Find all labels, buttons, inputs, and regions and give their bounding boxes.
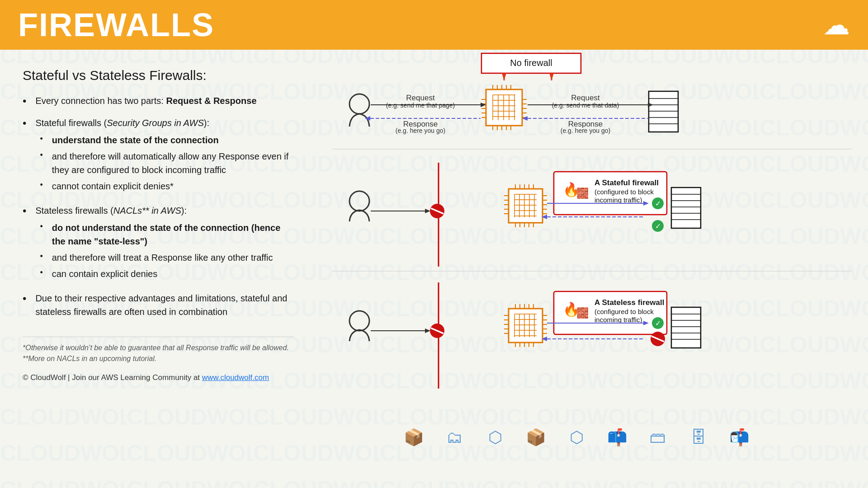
sub-2-1-text: understand the state of the connection — [52, 133, 219, 147]
person-head-stateless — [349, 311, 369, 331]
server-top — [649, 91, 678, 132]
person-head-top — [349, 94, 369, 114]
bottom-icon-2: 🗂 — [446, 428, 462, 446]
bullet-2-content: Stateful firewalls (Security Groups in A… — [35, 116, 294, 196]
arrow-resp-top-right-head — [522, 116, 528, 121]
bullet-list: Every connection has two parts: Request … — [23, 94, 294, 319]
bottom-icon-9: 📬 — [729, 427, 750, 447]
resp-label-right-2: (e.g. here you go) — [561, 127, 611, 134]
bullet-2: Stateful firewalls (Security Groups in A… — [23, 116, 294, 196]
sub-3-3-text: can contain explicit denies — [52, 267, 157, 281]
footer-label: © CloudWolf | Join our AWS Learning Comm… — [23, 373, 202, 382]
bullet-1-bold: Request & Response — [166, 96, 256, 106]
sub-bullet-2-3: cannot contain explicit denies* — [40, 179, 294, 193]
server-stateless — [671, 307, 701, 348]
bottom-icon-8: 🗄 — [690, 428, 707, 446]
bullet-4-text: Due to their respective advantages and l… — [35, 291, 294, 319]
person-body-top — [349, 114, 369, 127]
no-firewall-label: No firewall — [510, 58, 552, 68]
person-head-stateful — [349, 191, 369, 211]
sub-bullet-3-1: do not understand the state of the conne… — [40, 221, 294, 248]
person-body-stateful — [349, 210, 369, 221]
section-heading: Stateful vs Stateless Firewalls: — [23, 68, 294, 83]
bottom-icon-5: ⬡ — [570, 428, 584, 446]
bullet-2-italic: Security Groups in AWS — [107, 118, 204, 128]
main-content: Stateful vs Stateless Firewalls: Every c… — [0, 50, 868, 488]
footnote-area: *Otherwise it wouldn’t be able to guaran… — [23, 337, 294, 382]
arrow-req-top-left-head — [481, 103, 486, 107]
bullet-3-text: Stateless firewalls (NACLs** in AWS): — [35, 206, 187, 216]
bottom-icon-7: 🗃 — [650, 428, 666, 446]
req-label-right-1: Request — [571, 94, 600, 102]
sub-bullet-3-3: can contain explicit denies — [40, 267, 294, 281]
sub-3-2-text: and therefore will treat a Response like… — [52, 251, 273, 264]
bullet-3-content: Stateless firewalls (NACLs** in AWS): do… — [35, 204, 294, 283]
footnote-1: *Otherwise it wouldn’t be able to guaran… — [23, 343, 294, 353]
bullet-1: Every connection has two parts: Request … — [23, 94, 294, 108]
bottom-icon-3: ⬡ — [488, 428, 502, 446]
bullet-4: Due to their respective advantages and l… — [23, 291, 294, 319]
bottom-icon-1: 📦 — [404, 427, 424, 447]
bullet-1-text: Every connection has two parts: Request … — [35, 94, 256, 108]
server-stateful — [671, 188, 701, 228]
bullet-3-italic: NACLs** in AWS — [113, 206, 181, 216]
sub-bullet-2-1: understand the state of the connection — [40, 133, 294, 147]
bullet-2-sub: understand the state of the connection a… — [35, 133, 294, 193]
sub-2-3-text: cannot contain explicit denies* — [52, 179, 174, 193]
footer-text: © CloudWolf | Join our AWS Learning Comm… — [23, 373, 294, 382]
footnote-2: **More on NACLs in an upcoming tutorial. — [23, 353, 294, 364]
bullet-3-sub: do not understand the state of the conne… — [35, 221, 294, 281]
req-label-left-1: Request — [406, 94, 435, 102]
sub-2-2-text: and therefore will automatically allow a… — [52, 150, 294, 177]
bottom-icon-6: 📫 — [607, 427, 627, 447]
main-diagram: No firewall — [326, 50, 859, 470]
stateful-check-mark-1: ✓ — [655, 200, 661, 207]
bullet-2-text: Stateful firewalls (Security Groups in A… — [35, 118, 209, 128]
wall-icon-stateless: 🧱 — [576, 307, 589, 319]
stateless-fw-label-3: incoming traffic) — [594, 316, 642, 324]
header: FIREWALLS ☁ — [0, 0, 868, 50]
stateless-check-mark-out: ✓ — [655, 319, 661, 327]
stateful-fw-label-3: incoming traffic) — [594, 196, 642, 204]
bullet-3: Stateless firewalls (NACLs** in AWS): do… — [23, 204, 294, 283]
sub-3-1-text: do not understand the state of the conne… — [52, 221, 294, 248]
sub-bullet-3-2: and therefore will treat a Response like… — [40, 251, 294, 264]
bottom-icon-4: 📦 — [526, 427, 546, 447]
page-title: FIREWALLS — [18, 6, 214, 43]
req-label-right-2: (e.g. send me that data) — [552, 102, 619, 109]
stateful-fw-label-1: A Stateful firewall — [594, 178, 659, 187]
stateless-req-arrowhead — [425, 328, 430, 333]
stateful-fw-label-2: (configured to block — [594, 188, 654, 196]
req-label-left-2: (e.g. send me that page) — [386, 102, 455, 109]
sub-bullet-2-2: and therefore will automatically allow a… — [40, 150, 294, 177]
stateless-fw-label-2: (configured to block — [594, 308, 654, 315]
left-panel: Stateful vs Stateless Firewalls: Every c… — [0, 50, 316, 488]
stateful-check-mark-2: ✓ — [655, 222, 661, 230]
right-panel: No firewall — [316, 50, 868, 488]
stateless-fw-label-1: A Stateless firewall — [594, 298, 664, 307]
footer-link[interactable]: www.cloudwolf.com — [202, 373, 269, 382]
stateful-req-arrowhead — [425, 209, 430, 213]
resp-label-left-2: (e.g. here you go) — [396, 127, 446, 134]
person-body-stateless — [349, 330, 369, 341]
wall-icon-stateful: 🧱 — [576, 187, 589, 199]
cloud-icon: ☁ — [823, 9, 850, 41]
